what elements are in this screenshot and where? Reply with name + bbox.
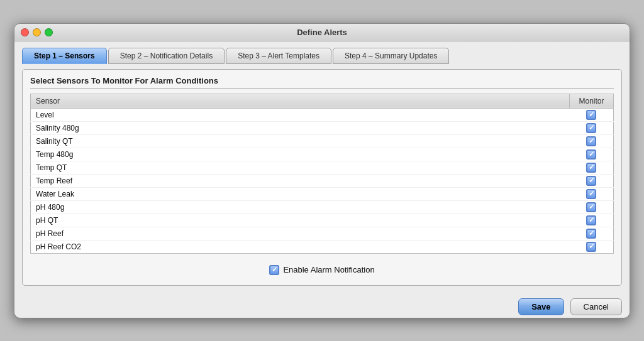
sensor-name: Salinity QT — [31, 134, 570, 148]
sensor-name: pH Reef CO2 — [31, 240, 570, 253]
tab-bar: Step 1 – Sensors Step 2 – Notification D… — [22, 48, 622, 64]
sensor-name: Level — [31, 108, 570, 121]
sensor-column-header: Sensor — [31, 94, 570, 108]
footer: Save Cancel — [14, 293, 630, 318]
table-row: Temp Reef — [31, 174, 614, 187]
table-row: Temp QT — [31, 161, 614, 174]
sensor-checkbox-0[interactable] — [586, 110, 596, 120]
sensor-checkbox-4[interactable] — [586, 163, 596, 173]
enable-notification-checkbox[interactable] — [269, 265, 279, 275]
table-row: pH QT — [31, 214, 614, 227]
tab-step1[interactable]: Step 1 – Sensors — [22, 48, 107, 64]
monitor-cell — [570, 200, 614, 214]
monitor-cell — [570, 108, 614, 121]
monitor-cell — [570, 121, 614, 134]
table-row: Salinity 480g — [31, 121, 614, 134]
enable-notification-label: Enable Alarm Notification — [283, 265, 374, 274]
monitor-cell — [570, 161, 614, 174]
sensor-checkbox-8[interactable] — [586, 215, 596, 225]
maximize-button[interactable] — [45, 28, 53, 36]
main-window: Define Alerts Step 1 – Sensors Step 2 – … — [14, 23, 630, 318]
table-row: Temp 480g — [31, 148, 614, 161]
sensor-checkbox-7[interactable] — [586, 202, 596, 212]
sensor-name: Salinity 480g — [31, 121, 570, 134]
sensor-checkbox-10[interactable] — [586, 242, 596, 252]
table-row: Level — [31, 108, 614, 121]
sensor-name: pH QT — [31, 214, 570, 227]
save-button[interactable]: Save — [518, 298, 564, 315]
table-row: pH Reef — [31, 227, 614, 240]
monitor-cell — [570, 134, 614, 148]
main-content: Step 1 – Sensors Step 2 – Notification D… — [14, 41, 630, 293]
sensor-name: pH 480g — [31, 200, 570, 214]
monitor-cell — [570, 174, 614, 187]
titlebar: Define Alerts — [14, 24, 630, 41]
sensor-name: pH Reef — [31, 227, 570, 240]
minimize-button[interactable] — [33, 28, 41, 36]
sensor-checkbox-1[interactable] — [586, 123, 596, 133]
table-row: Salinity QT — [31, 134, 614, 148]
monitor-cell — [570, 227, 614, 240]
enable-notification-row: Enable Alarm Notification — [30, 261, 614, 279]
sensor-name: Temp Reef — [31, 174, 570, 187]
monitor-cell — [570, 214, 614, 227]
monitor-column-header: Monitor — [570, 94, 614, 108]
table-row: pH Reef CO2 — [31, 240, 614, 253]
sensor-checkbox-3[interactable] — [586, 149, 596, 160]
sensor-checkbox-6[interactable] — [586, 189, 596, 199]
sensor-table: Sensor Monitor LevelSalinity 480gSalinit… — [30, 94, 614, 254]
content-panel: Select Sensors To Monitor For Alarm Cond… — [22, 69, 622, 286]
section-title: Select Sensors To Monitor For Alarm Cond… — [30, 76, 614, 89]
tab-step4[interactable]: Step 4 – Summary Updates — [333, 48, 449, 64]
sensor-name: Water Leak — [31, 187, 570, 200]
sensor-name: Temp QT — [31, 161, 570, 174]
cancel-button[interactable]: Cancel — [570, 298, 622, 315]
sensor-checkbox-5[interactable] — [586, 176, 596, 186]
sensor-checkbox-9[interactable] — [586, 229, 596, 239]
monitor-cell — [570, 148, 614, 161]
table-row: Water Leak — [31, 187, 614, 200]
sensor-checkbox-2[interactable] — [586, 136, 596, 146]
monitor-cell — [570, 240, 614, 253]
table-row: pH 480g — [31, 200, 614, 214]
tab-step2[interactable]: Step 2 – Notification Details — [108, 48, 225, 64]
monitor-cell — [570, 187, 614, 200]
close-button[interactable] — [21, 28, 29, 36]
window-title: Define Alerts — [297, 28, 347, 37]
window-controls — [21, 28, 53, 36]
tab-step3[interactable]: Step 3 – Alert Templates — [226, 48, 331, 64]
sensor-name: Temp 480g — [31, 148, 570, 161]
